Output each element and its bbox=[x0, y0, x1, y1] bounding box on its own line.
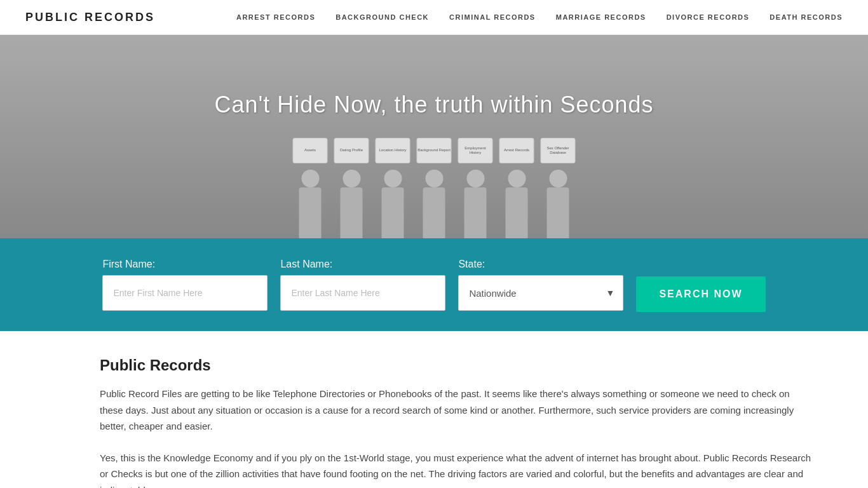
sign-text-5: Employment History bbox=[459, 146, 492, 155]
sign-3: Location History bbox=[376, 138, 410, 163]
sign-1: Assets bbox=[293, 138, 328, 163]
head-3 bbox=[384, 170, 402, 187]
head-6 bbox=[508, 170, 526, 187]
head-4 bbox=[425, 170, 443, 187]
head-7 bbox=[549, 170, 567, 187]
body-6 bbox=[506, 187, 528, 238]
sign-4: Background Report bbox=[417, 138, 452, 163]
nav-criminal-records[interactable]: CRIMINAL RECORDS bbox=[449, 13, 536, 21]
sign-text-7: Sex Offender Database bbox=[541, 146, 575, 155]
sign-text-4: Background Report bbox=[417, 148, 451, 152]
person-6: Arrest Records bbox=[499, 144, 534, 238]
hero-people: Assets Dating Profile Location History B… bbox=[293, 144, 576, 238]
body-5 bbox=[465, 187, 487, 238]
state-select[interactable]: NationwideAlabamaAlaskaArizonaArkansasCa… bbox=[458, 275, 623, 311]
content-paragraph-1: Public Record Files are getting to be li… bbox=[100, 386, 815, 435]
state-select-container: NationwideAlabamaAlaskaArizonaArkansasCa… bbox=[458, 275, 623, 311]
sign-text-2: Dating Profile bbox=[340, 148, 363, 152]
last-name-input[interactable] bbox=[280, 275, 445, 311]
head-1 bbox=[301, 170, 319, 187]
sign-6: Arrest Records bbox=[499, 138, 534, 163]
nav-arrest-records[interactable]: ARREST RECORDS bbox=[236, 13, 315, 21]
sign-text-6: Arrest Records bbox=[504, 148, 529, 152]
last-name-label: Last Name: bbox=[280, 259, 332, 270]
first-name-field: First Name: bbox=[102, 259, 268, 311]
person-3: Location History bbox=[376, 144, 410, 238]
main-nav: ARREST RECORDS BACKGROUND CHECK CRIMINAL… bbox=[236, 13, 843, 21]
search-now-button[interactable]: SEARCH NOW bbox=[636, 276, 765, 312]
site-header: PUBLIC RECORDS ARREST RECORDS BACKGROUND… bbox=[0, 0, 868, 35]
sign-text-1: Assets bbox=[304, 148, 316, 152]
body-1 bbox=[299, 187, 322, 238]
site-logo: PUBLIC RECORDS bbox=[25, 11, 155, 24]
content-paragraph-2: Yes, this is the Knowledge Economy and i… bbox=[100, 450, 815, 489]
main-content: Public Records Public Record Files are g… bbox=[27, 331, 841, 488]
head-2 bbox=[342, 170, 360, 187]
person-5: Employment History bbox=[458, 144, 493, 238]
first-name-input[interactable] bbox=[102, 275, 268, 311]
state-label: State: bbox=[458, 259, 485, 270]
nav-marriage-records[interactable]: MARRIAGE RECORDS bbox=[556, 13, 646, 21]
content-heading: Public Records bbox=[100, 356, 815, 374]
hero-title: Can't Hide Now, the truth within Seconds bbox=[214, 92, 653, 118]
person-4: Background Report bbox=[417, 144, 452, 238]
sign-7: Sex Offender Database bbox=[541, 138, 576, 163]
search-bar: First Name: Last Name: State: Nationwide… bbox=[0, 238, 868, 331]
person-2: Dating Profile bbox=[334, 144, 369, 238]
person-1: Assets bbox=[293, 144, 328, 238]
body-3 bbox=[382, 187, 404, 238]
nav-death-records[interactable]: DEATH RECORDS bbox=[770, 13, 843, 21]
hero-section: Can't Hide Now, the truth within Seconds… bbox=[0, 35, 868, 238]
body-4 bbox=[423, 187, 445, 238]
person-7: Sex Offender Database bbox=[541, 144, 576, 238]
first-name-label: First Name: bbox=[102, 259, 155, 270]
nav-divorce-records[interactable]: DIVORCE RECORDS bbox=[667, 13, 750, 21]
last-name-field: Last Name: bbox=[280, 259, 445, 311]
sign-text-3: Location History bbox=[379, 148, 406, 152]
head-5 bbox=[466, 170, 484, 187]
body-7 bbox=[547, 187, 569, 238]
body-2 bbox=[341, 187, 363, 238]
state-field: State: NationwideAlabamaAlaskaArizonaArk… bbox=[458, 259, 623, 311]
sign-2: Dating Profile bbox=[334, 138, 369, 163]
sign-5: Employment History bbox=[458, 138, 493, 163]
nav-background-check[interactable]: BACKGROUND CHECK bbox=[336, 13, 429, 21]
